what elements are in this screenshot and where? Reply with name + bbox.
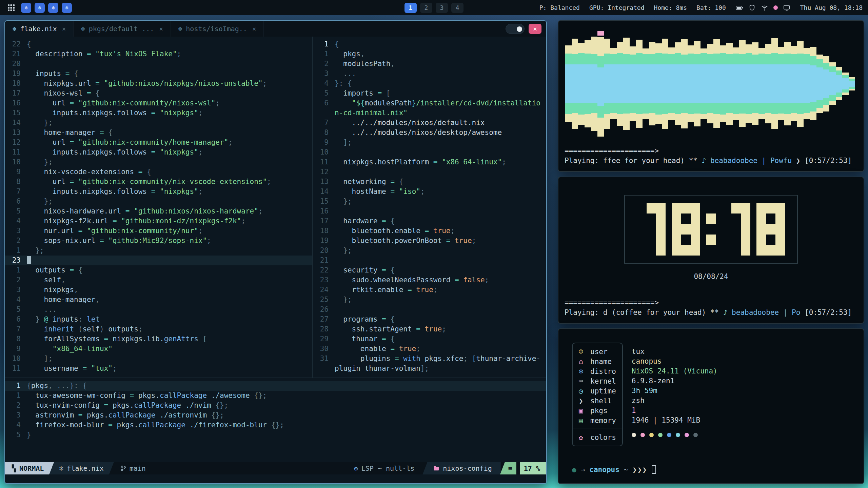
tab-flake-nix[interactable]: ❄flake.nix× — [5, 21, 74, 37]
pane-pkgs-default[interactable]: 1{pkgs, ...}: {1 tux-awesome-wm-config =… — [5, 378, 546, 462]
code-line[interactable]: 19 inputs = { — [5, 69, 312, 79]
code-line[interactable]: 7 inputs.nixpkgs.follows = "nixpkgs"; — [5, 187, 312, 197]
code-line[interactable]: 23 sudo.wheelNeedsPassword = false; — [313, 275, 546, 285]
code-line[interactable]: 12 — [313, 167, 546, 177]
code-line[interactable]: 10 }; — [5, 157, 312, 167]
code-line[interactable]: 10 ]; — [5, 354, 312, 364]
code-line[interactable]: 15 inputs.nixpkgs.follows = "nixpkgs"; — [5, 108, 312, 118]
code-line[interactable]: 20 }; — [313, 246, 546, 256]
code-line[interactable]: 1 tux-awesome-wm-config = pkgs.callPacka… — [5, 391, 546, 401]
close-window-button[interactable]: × — [529, 24, 541, 34]
code-line[interactable]: 1 pkgs, — [313, 49, 546, 59]
terminal-clock-window[interactable]: 08/08/24 =====================>Playing: … — [558, 177, 864, 324]
code-line[interactable]: 14 }; — [5, 118, 312, 128]
code-line[interactable]: 5 ... — [5, 305, 312, 314]
code-line[interactable]: 9 "x86_64-linux" — [5, 344, 312, 354]
code-line[interactable]: plugin thunar-volman]; — [313, 364, 546, 373]
code-line[interactable]: 4 home-manager, — [5, 295, 312, 305]
pinned-app-icon-1[interactable]: ❄ — [21, 3, 31, 13]
code-line[interactable]: 3 ... — [313, 69, 546, 79]
code-line[interactable]: 18 nixpkgs.url = "github:nixos/nixpkgs/n… — [5, 79, 312, 88]
code-line[interactable]: 5} — [5, 430, 546, 440]
code-line[interactable]: 4 nixpkgs-f2k.url = "github:moni-dz/nixp… — [5, 216, 312, 226]
code-line[interactable]: 6 "${modulesPath}/installer/cd-dvd/insta… — [313, 98, 546, 108]
code-line[interactable]: 21 — [313, 256, 546, 265]
code-line[interactable]: 13 home-manager = { — [5, 128, 312, 138]
code-line[interactable]: 19 bluetooth.powerOnBoot = true; — [313, 236, 546, 246]
code-line[interactable]: 2 modulesPath, — [313, 59, 546, 69]
code-line[interactable]: 2 tux-nvim-config = pkgs.callPackage ./n… — [5, 401, 546, 410]
code-line[interactable]: 4}: { — [313, 79, 546, 88]
code-line[interactable]: 20 — [5, 59, 312, 69]
shell-prompt[interactable]: ● → canopus ~ ❯❯❯ — [572, 465, 864, 474]
code-line[interactable]: 16 url = "github:nix-community/nixos-wsl… — [5, 98, 312, 108]
code-line[interactable]: 2 sops-nix.url = "github:Mic92/sops-nix"… — [5, 236, 312, 246]
code-line[interactable]: 1{ — [313, 39, 546, 49]
datetime[interactable]: Thu Aug 08, 18:18 — [800, 4, 863, 11]
code-line[interactable]: 3 nur.url = "github:nix-community/nur"; — [5, 226, 312, 236]
code-line[interactable]: 10 — [313, 147, 546, 157]
code-line[interactable]: 29 thunar = { — [313, 334, 546, 344]
code-line[interactable]: 12 url = "github:nix-community/home-mana… — [5, 138, 312, 147]
code-line[interactable]: 13 networking = { — [313, 177, 546, 187]
code-line[interactable]: 5 imports = [ — [313, 88, 546, 98]
tag-1[interactable]: 1 — [405, 3, 417, 13]
tag-3[interactable]: 3 — [436, 3, 448, 13]
code-line[interactable]: 28 ssh.startAgent = true; — [313, 324, 546, 334]
wifi-icon[interactable] — [761, 4, 769, 12]
code-line[interactable]: 15 }; — [313, 197, 546, 206]
code-line[interactable]: 8 ../../modules/nixos/desktop/awesome — [313, 128, 546, 138]
command-line[interactable] — [5, 474, 546, 483]
code-line[interactable]: 6 }; — [5, 197, 312, 206]
code-line[interactable]: 3 astronvim = pkgs.callPackage ./astronv… — [5, 410, 546, 420]
code-line[interactable]: 23 — [5, 256, 312, 265]
code-line[interactable]: 7 inherit (self) outputs; — [5, 324, 312, 334]
code-line[interactable]: 1 }; — [5, 246, 312, 256]
theme-toggle-button[interactable] — [506, 24, 525, 34]
code-line[interactable]: 8 url = "github:nix-community/nix-vscode… — [5, 177, 312, 187]
code-line[interactable]: 27 programs = { — [313, 314, 546, 324]
terminal-visualizer-window[interactable]: =====================>Playing: ffee for … — [558, 20, 864, 172]
code-line[interactable]: 24 rtkit.enable = true; — [313, 285, 546, 295]
code-line[interactable]: 18 bluetooth.enable = true; — [313, 226, 546, 236]
code-line[interactable]: 6 } @ inputs: let — [5, 314, 312, 324]
close-tab-icon[interactable]: × — [62, 25, 66, 33]
code-line[interactable]: 7 ../../modules/nixos/default.nix — [313, 118, 546, 128]
code-line[interactable]: 9 nix-vscode-extensions = { — [5, 167, 312, 177]
code-line[interactable]: 14 hostName = "iso"; — [313, 187, 546, 197]
close-tab-icon[interactable]: × — [252, 25, 256, 33]
code-line[interactable]: 30 enable = true; — [313, 344, 546, 354]
code-line[interactable]: 26 — [313, 305, 546, 314]
code-line[interactable]: 21 description = "tux's NixOS Flake"; — [5, 49, 312, 59]
pane-iso-image[interactable]: 1{1 pkgs,2 modulesPath,3 ...4}: {5 impor… — [313, 37, 546, 378]
close-tab-icon[interactable]: × — [159, 25, 163, 33]
code-line[interactable]: 17 nixos-wsl = { — [5, 88, 312, 98]
app-launcher-button[interactable] — [5, 2, 17, 14]
tab-hosts-isoImag-[interactable]: ❄hosts/isoImag..× — [171, 21, 264, 37]
code-line[interactable]: 5 nixos-hardware.url = "github:nixos/nix… — [5, 206, 312, 216]
pane-flake-nix[interactable]: 22{21 description = "tux's NixOS Flake";… — [5, 37, 312, 378]
terminal-cursor[interactable] — [652, 465, 656, 474]
code-line[interactable]: 22 security = { — [313, 265, 546, 275]
code-line[interactable]: 1{pkgs, ...}: { — [5, 381, 546, 391]
tag-4[interactable]: 4 — [451, 3, 463, 13]
code-line[interactable]: 9 ]; — [313, 138, 546, 147]
code-line[interactable]: 31 plugins = with pkgs.xfce; [thunar-arc… — [313, 354, 546, 364]
code-line[interactable]: 11 nixpkgs.hostPlatform = "x86_64-linux"… — [313, 157, 546, 167]
code-line[interactable]: 11 inputs.nixpkgs.follows = "nixpkgs"; — [5, 147, 312, 157]
tag-2[interactable]: 2 — [420, 3, 432, 13]
code-line[interactable]: 25 }; — [313, 295, 546, 305]
code-line[interactable]: 3 nixpkgs, — [5, 285, 312, 295]
code-line[interactable]: 17 hardware = { — [313, 216, 546, 226]
code-line[interactable]: 16 — [313, 206, 546, 216]
code-line[interactable]: 11 username = "tux"; — [5, 364, 312, 373]
terminal-fetch-window[interactable]: ☺user⌂hname❄distro⌨kernel◷uptime❯shell▣p… — [558, 328, 864, 484]
code-line[interactable]: 4 firefox-mod-blur = pkgs.callPackage ./… — [5, 420, 546, 430]
tab-pkgs-default-[interactable]: ❄pkgs/default ...× — [74, 21, 171, 37]
code-line[interactable]: 2 self, — [5, 275, 312, 285]
pinned-app-icon-3[interactable]: ❄ — [48, 3, 58, 13]
code-line[interactable]: n-cd-minimal.nix" — [313, 108, 546, 118]
pinned-app-icon-2[interactable]: ❄ — [35, 3, 45, 13]
pinned-app-icon-4[interactable]: ❄ — [62, 3, 72, 13]
code-line[interactable]: 8 forAllSystems = nixpkgs.lib.genAttrs [ — [5, 334, 312, 344]
